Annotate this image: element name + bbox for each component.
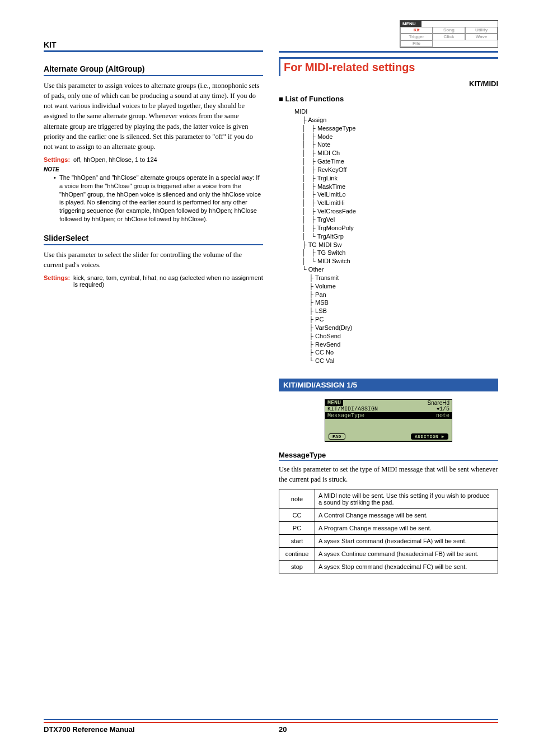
tree-item: │ ├ MIDI Ch: [302, 149, 498, 157]
table-key: PC: [279, 522, 315, 535]
lcd-menu-label: MENU: [325, 400, 343, 406]
table-row: noteA MIDI note will be sent. Use this s…: [279, 489, 498, 509]
tree-item: ├ VarSend(Dry): [302, 324, 498, 332]
altgroup-settings: Settings: off, hhOpen, hhClose, 1 to 124: [44, 156, 263, 163]
table-key: stop: [279, 561, 315, 573]
settings-value: off, hhOpen, hhClose, 1 to 124: [73, 156, 157, 163]
tree-group: ├ TG MIDI Sw: [302, 241, 498, 249]
menu-cell-wave[interactable]: Wave: [465, 34, 498, 40]
heading-messagetype: MessageType: [279, 451, 498, 461]
tree-item: │ ├ VelLimitLo: [302, 190, 498, 199]
tree-item: │ ├ Mode: [302, 133, 498, 141]
footer-title: DTX700 Reference Manual: [44, 725, 135, 734]
tree-item: │ ├ GateTime: [302, 157, 498, 166]
table-row: CCA Control Change message will be sent.: [279, 509, 498, 522]
tree-item: │ └ MIDI Switch: [302, 257, 498, 265]
divider: [44, 50, 263, 52]
heading-for-midi: For MIDI-related settings: [279, 57, 498, 76]
tree-group: └ Other: [302, 265, 498, 274]
tree-item: │ ├ VelLimitHi: [302, 199, 498, 207]
table-desc: A Program Change message will be sent.: [315, 522, 498, 535]
table-key: continue: [279, 548, 315, 561]
table-row: PCA Program Change message will be sent.: [279, 522, 498, 535]
footer-page: 20: [279, 725, 287, 734]
note-body: The "hhOpen" and "hhClose" alternate gro…: [54, 174, 263, 223]
menu-cell-trigger[interactable]: Trigger: [400, 34, 433, 40]
table-desc: A sysex Stop command (hexadecimal FC) wi…: [315, 561, 498, 573]
left-column: KIT Alternate Group (AltGroup) Use this …: [44, 40, 263, 573]
tree-item: │ ├ RcvKeyOff: [302, 166, 498, 174]
tree-item: ├ RevSend: [302, 340, 498, 349]
table-desc: A sysex Start command (hexadecimal FA) w…: [315, 535, 498, 548]
lcd-audition-button[interactable]: AUDITION ▶: [411, 433, 448, 440]
tree-item: └ CC Val: [302, 357, 498, 365]
table-desc: A MIDI note will be sent. Use this setti…: [315, 489, 498, 509]
lcd-value: note: [436, 413, 449, 419]
tree-item: ├ PC: [302, 315, 498, 324]
section-label-kit: KIT: [44, 40, 263, 49]
menu-tab: MENU: [400, 21, 421, 27]
divider: [279, 51, 498, 53]
note-label: NOTE: [44, 166, 263, 172]
altgroup-body: Use this parameter to assign voices to a…: [44, 81, 263, 152]
table-key: start: [279, 535, 315, 548]
tree-item: │ ├ TG Switch: [302, 249, 498, 257]
tree-item: ├ Volume: [302, 282, 498, 291]
tree-item: │ └ TrgAltGrp: [302, 232, 498, 241]
tree-item: │ ├ TrgLink: [302, 174, 498, 183]
messagetype-body: Use this parameter to set the type of MI…: [279, 464, 498, 484]
tree-item: │ ├ TrgMonoPoly: [302, 224, 498, 232]
tree-item: ├ Pan: [302, 291, 498, 299]
lcd-context: SnareHd: [425, 400, 452, 406]
label-kitmidi: KIT/MIDI: [279, 80, 498, 88]
heading-list-of-functions: List of Functions: [279, 95, 498, 103]
messagetype-table: noteA MIDI note will be sent. Use this s…: [279, 489, 498, 573]
tree-item: │ ├ TrgVel: [302, 216, 498, 224]
heading-altgroup: Alternate Group (AltGroup): [44, 64, 263, 76]
lcd-path: KIT/MIDI/ASSIGN: [327, 406, 378, 412]
tree-item: ├ CC No: [302, 348, 498, 357]
settings-value: kick, snare, tom, cymbal, hihat, no asg …: [73, 274, 263, 288]
heading-sliderselect: SliderSelect: [44, 234, 263, 245]
tree-item: ├ ChoSend: [302, 332, 498, 340]
lcd-pad-button[interactable]: PAD: [329, 433, 345, 440]
settings-label: Settings:: [44, 274, 70, 288]
page-footer: DTX700 Reference Manual 20: [44, 719, 498, 734]
tree-item: │ ├ VelCrossFade: [302, 207, 498, 216]
menu-cell-song[interactable]: Song: [433, 27, 465, 34]
table-key: note: [279, 489, 315, 509]
table-key: CC: [279, 509, 315, 522]
table-desc: A Control Change message will be sent.: [315, 509, 498, 522]
table-row: stopA sysex Stop command (hexadecimal FC…: [279, 561, 498, 573]
tree-root: MIDI: [294, 108, 498, 116]
lcd-param: MessageType: [327, 413, 364, 419]
tree-item: │ ├ MaskTime: [302, 183, 498, 191]
tree-item: ├ MSB: [302, 298, 498, 307]
tree-item: ├ Transmit: [302, 274, 498, 282]
tree-group: ├ Assign: [302, 116, 498, 124]
tree-item: ├ LSB: [302, 307, 498, 315]
right-column: For MIDI-related settings KIT/MIDI List …: [279, 40, 498, 573]
speaker-icon: ▶: [442, 434, 444, 439]
sliderselect-settings: Settings: kick, snare, tom, cymbal, hiha…: [44, 274, 263, 288]
menu-cell-click[interactable]: Click: [433, 34, 465, 40]
lcd-page: ▼1/5: [437, 406, 449, 412]
menu-cell-utility[interactable]: Utility: [465, 27, 498, 34]
table-desc: A sysex Continue command (hexadecimal FB…: [315, 548, 498, 561]
tree-item: │ ├ MessageType: [302, 124, 498, 133]
table-row: startA sysex Start command (hexadecimal …: [279, 535, 498, 548]
menu-cell-kit[interactable]: Kit: [400, 27, 433, 34]
lcd-screen: MENU SnareHd KIT/MIDI/ASSIGN ▼1/5 Messag…: [325, 399, 452, 442]
tree-item: │ ├ Note: [302, 141, 498, 149]
midi-tree: MIDI├ Assign│ ├ MessageType│ ├ Mode│ ├ N…: [294, 108, 498, 365]
table-row: continueA sysex Continue command (hexade…: [279, 548, 498, 561]
section-band-assign: KIT/MIDI/ASSIGN 1/5: [279, 379, 498, 391]
sliderselect-body: Use this parameter to select the slider …: [44, 250, 263, 270]
settings-label: Settings:: [44, 156, 70, 163]
